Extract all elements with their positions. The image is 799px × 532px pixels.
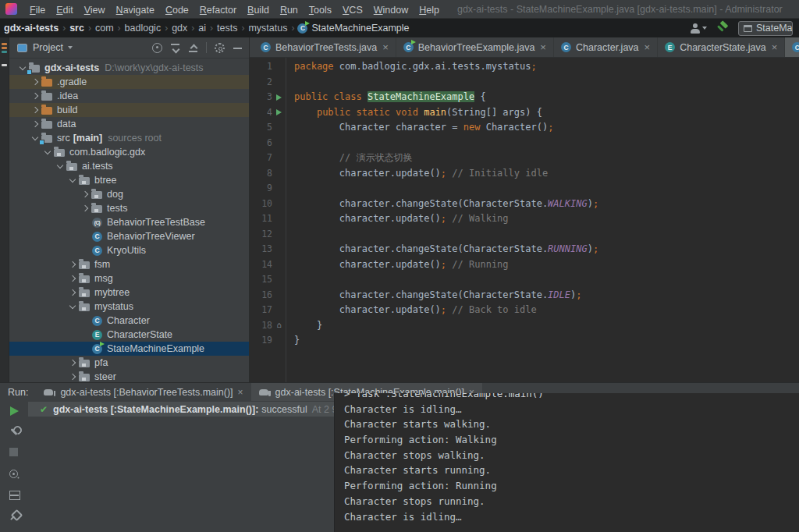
collapse-all-icon[interactable]	[170, 43, 180, 53]
close-icon[interactable]: ×	[238, 387, 243, 398]
settings-wrench-icon[interactable]	[9, 426, 20, 437]
gutter-slot	[272, 197, 286, 212]
menu-item-vcs[interactable]: VCS	[337, 5, 368, 16]
run-arrow-icon[interactable]	[276, 109, 282, 115]
expand-all-icon[interactable]	[188, 43, 198, 53]
tree-row-characterstate[interactable]: ECharacterState	[9, 328, 249, 342]
project-icon	[17, 44, 27, 52]
menu-item-code[interactable]: Code	[160, 5, 194, 16]
tree-row-gdx-ai-tests[interactable]: gdx-ai-testsD:\work\yx\gdx-ai-tests	[9, 61, 249, 75]
build-hammer-icon[interactable]	[716, 22, 729, 34]
tree-chevron-icon[interactable]	[80, 201, 91, 215]
tree-row-idea[interactable]: .idea	[9, 89, 249, 103]
tool-window-stripe[interactable]	[0, 37, 9, 382]
app-logo-icon[interactable]	[5, 3, 17, 15]
breadcrumb-item-badlogic[interactable]: badlogic	[124, 23, 162, 34]
menu-item-build[interactable]: Build	[242, 5, 275, 16]
tree-row-kryoutils[interactable]: CKryoUtils	[9, 243, 249, 257]
menu-item-run[interactable]: Run	[275, 5, 304, 16]
breadcrumb-item-com[interactable]: com	[94, 23, 115, 34]
locate-icon[interactable]	[152, 43, 162, 53]
breadcrumb-class[interactable]: C StateMachineExample	[297, 23, 409, 34]
breadcrumb-item-src[interactable]: src	[69, 23, 85, 34]
layout-icon[interactable]	[9, 489, 20, 500]
close-icon[interactable]: ×	[382, 42, 389, 52]
tree-row-data[interactable]: data	[9, 117, 249, 131]
breadcrumb-item-ai[interactable]: ai	[197, 23, 207, 34]
tree-row-steer[interactable]: steer	[9, 370, 249, 382]
tree-chevron-icon[interactable]	[67, 300, 79, 314]
filter-icon[interactable]	[9, 468, 20, 479]
settings-icon[interactable]	[215, 43, 225, 53]
tree-row-character[interactable]: CCharacter	[9, 314, 249, 328]
run-console[interactable]: > Task :StateMachineExample.main() Chara…	[334, 393, 799, 532]
menu-item-view[interactable]: View	[79, 5, 111, 16]
tree-row-com-badlogic-gdx[interactable]: com.badlogic.gdx	[9, 145, 249, 159]
code-editor[interactable]: 1package com.badlogic.gdx.ai.tests.mysta…	[250, 58, 799, 382]
editor-tab-character-java[interactable]: CCharacter.java×	[554, 37, 658, 57]
run-tab-label: gdx-ai-tests [:BehaviorTreeTests.main()]	[60, 387, 233, 398]
project-panel-header[interactable]: Project	[9, 37, 249, 59]
menu-item-help[interactable]: Help	[414, 5, 445, 16]
menu-item-navigate[interactable]: Navigate	[111, 5, 160, 16]
pin-icon[interactable]	[9, 510, 20, 521]
tree-chevron-icon[interactable]	[67, 356, 79, 370]
stop-button[interactable]	[9, 447, 20, 458]
tree-chevron-icon[interactable]	[67, 286, 79, 300]
editor-tab-characterstate-java[interactable]: ECharacterState.java×	[658, 37, 785, 57]
tree-chevron-icon[interactable]	[30, 117, 41, 131]
tree-chevron-icon[interactable]	[67, 173, 79, 187]
tree-row-dog[interactable]: dog	[9, 187, 249, 201]
breadcrumb-item-mystatus[interactable]: mystatus	[247, 23, 288, 34]
tree-row-build[interactable]: build	[9, 103, 249, 117]
tree-chevron-icon[interactable]	[30, 89, 41, 103]
run-status-row[interactable]: ✔ gdx-ai-tests [:StateMachineExample.mai…	[28, 402, 334, 417]
breadcrumb-item-tests[interactable]: tests	[216, 23, 238, 34]
tree-chevron-icon[interactable]	[55, 159, 66, 173]
breadcrumb-item-gdx-ai-tests[interactable]: gdx-ai-tests	[3, 23, 59, 34]
close-icon[interactable]: ×	[772, 42, 778, 52]
tree-chevron-icon[interactable]	[67, 257, 79, 271]
tree-row-statemachineexample[interactable]: CStateMachineExample	[9, 342, 249, 356]
menu-item-tools[interactable]: Tools	[304, 5, 337, 16]
tree-row-behaviortreeviewer[interactable]: CBehaviorTreeViewer	[9, 229, 249, 243]
tree-chevron-icon[interactable]	[67, 370, 79, 382]
menu-item-refactor[interactable]: Refactor	[194, 5, 242, 16]
tree-chevron-icon[interactable]	[80, 187, 91, 201]
menu-item-edit[interactable]: Edit	[51, 5, 79, 16]
tree-row-msg[interactable]: msg	[9, 271, 249, 286]
run-configuration-combo[interactable]: StateMachineExample	[738, 21, 793, 36]
tree-row-tests[interactable]: tests	[9, 201, 249, 215]
editor-tab-statemachineexample-java[interactable]: CStateMachineExample.java	[785, 37, 799, 57]
hide-icon[interactable]	[233, 43, 243, 53]
user-menu[interactable]	[690, 23, 707, 34]
tree-row-btree[interactable]: btree	[9, 173, 249, 187]
package-icon	[79, 374, 90, 381]
close-icon[interactable]: ×	[645, 42, 651, 52]
tree-row-gradle[interactable]: .gradle	[9, 75, 249, 89]
menu-item-file[interactable]: File	[24, 5, 51, 16]
editor-tab-behaviortreeexample-java[interactable]: CBehaviorTreeExample.java×	[396, 37, 554, 57]
console-line: Character starts walking.	[344, 417, 799, 432]
menu-item-window[interactable]: Window	[368, 5, 414, 16]
run-arrow-icon[interactable]	[276, 94, 282, 101]
editor-tab-behaviortreetests-java[interactable]: CBehaviorTreeTests.java×	[254, 37, 396, 57]
breadcrumb-item-gdx[interactable]: gdx	[171, 23, 188, 34]
run-tab-gdx-ai-tests-behaviortreetests-main[interactable]: gdx-ai-tests [:BehaviorTreeTests.main()]…	[36, 383, 250, 401]
tree-row-mybtree[interactable]: mybtree	[9, 286, 249, 300]
tree-chevron-icon[interactable]	[30, 103, 41, 117]
code-text	[286, 75, 294, 90]
tree-row-behaviortreetestbase[interactable]: (C)BehaviorTreeTestBase	[9, 215, 249, 229]
chevron-down-icon[interactable]	[68, 46, 73, 49]
tree-row-src[interactable]: src[main]sources root	[9, 131, 249, 145]
tree-row-fsm[interactable]: fsm	[9, 257, 249, 271]
tree-chevron-icon[interactable]	[30, 75, 41, 89]
tree-row-ai-tests[interactable]: ai.tests	[9, 159, 249, 173]
tree-chevron-icon[interactable]	[67, 271, 79, 286]
rerun-button[interactable]	[10, 406, 19, 416]
close-icon[interactable]: ×	[540, 42, 546, 52]
line-number: 3	[250, 90, 272, 105]
tree-chevron-icon[interactable]	[42, 145, 54, 159]
tree-row-mystatus[interactable]: mystatus	[9, 300, 249, 314]
tree-row-pfa[interactable]: pfa	[9, 356, 249, 370]
